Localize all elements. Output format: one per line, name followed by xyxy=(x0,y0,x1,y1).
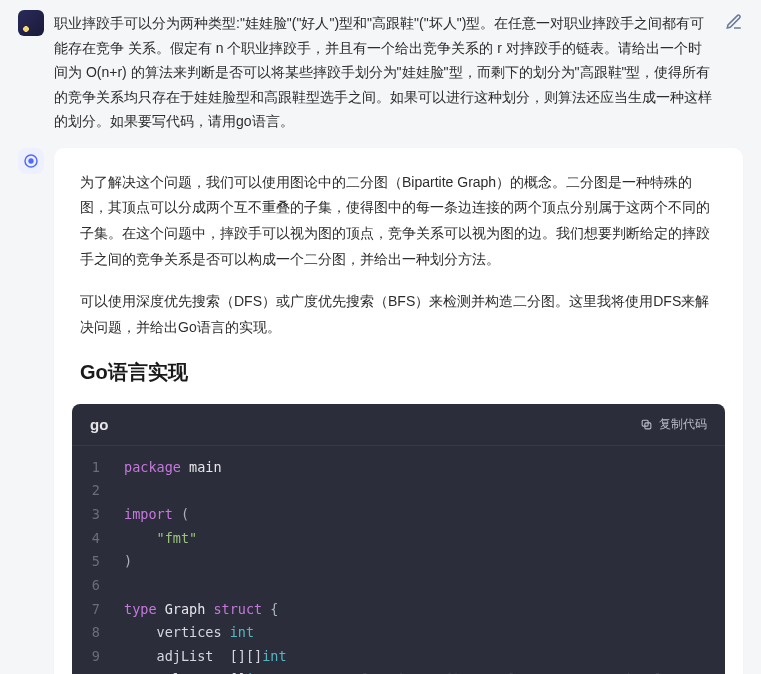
user-avatar xyxy=(18,10,44,36)
user-message-row: 职业摔跤手可以分为两种类型:"娃娃脸"("好人")型和"高跟鞋"("坏人")型。… xyxy=(18,10,743,134)
assistant-paragraph: 为了解决这个问题，我们可以使用图论中的二分图（Bipartite Graph）的… xyxy=(80,170,717,274)
code-body: 12345678910111213 package main import ( … xyxy=(72,446,725,674)
assistant-paragraph: 可以使用深度优先搜索（DFS）或广度优先搜索（BFS）来检测并构造二分图。这里我… xyxy=(80,289,717,341)
copy-code-button[interactable]: 复制代码 xyxy=(640,416,707,433)
assistant-row: 为了解决这个问题，我们可以使用图论中的二分图（Bipartite Graph）的… xyxy=(18,148,743,675)
assistant-avatar xyxy=(18,148,44,174)
svg-point-1 xyxy=(28,158,33,163)
edit-icon[interactable] xyxy=(725,13,743,31)
code-header: go 复制代码 xyxy=(72,404,725,446)
code-gutter: 12345678910111213 xyxy=(72,446,114,674)
copy-icon xyxy=(640,418,653,431)
user-message-text: 职业摔跤手可以分为两种类型:"娃娃脸"("好人")型和"高跟鞋"("坏人")型。… xyxy=(54,10,715,134)
code-language-label: go xyxy=(90,416,108,433)
code-lines[interactable]: package main import ( "fmt") type Graph … xyxy=(114,446,725,674)
section-title: Go语言实现 xyxy=(80,359,717,386)
assistant-card: 为了解决这个问题，我们可以使用图论中的二分图（Bipartite Graph）的… xyxy=(54,148,743,675)
copy-label: 复制代码 xyxy=(659,416,707,433)
code-block: go 复制代码 12345678910111213 package main i… xyxy=(72,404,725,674)
